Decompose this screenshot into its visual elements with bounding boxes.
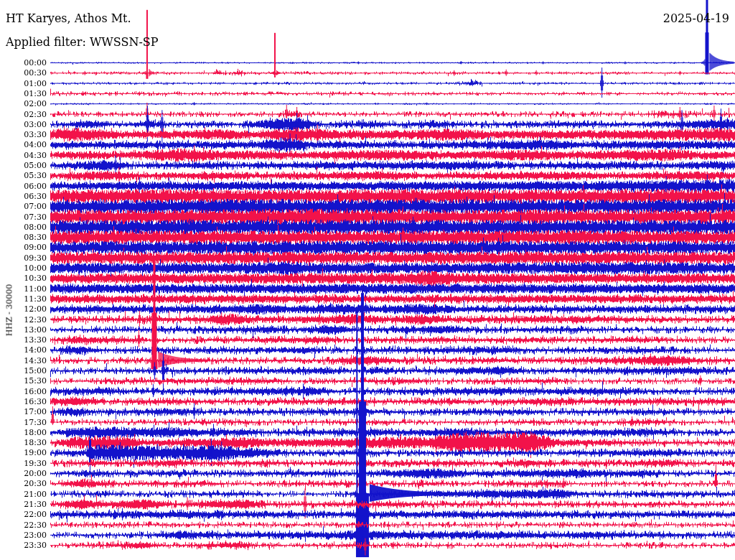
trace-time-label: 02:30: [24, 110, 47, 119]
trace-time-label: 19:00: [24, 448, 47, 457]
trace-time-label: 11:00: [24, 284, 47, 294]
trace-time-label: 13:30: [24, 335, 47, 345]
trace-time-label: 16:30: [24, 397, 47, 406]
channel-scale-label: HHZ - 30000: [5, 284, 14, 337]
trace-time-label: 05:00: [24, 161, 47, 170]
trace-time-label: 23:00: [24, 531, 47, 540]
trace-time-label: 20:00: [24, 469, 47, 478]
trace-time-label: 05:30: [24, 171, 47, 180]
trace-time-label: 02:00: [24, 99, 47, 108]
trace-time-label: 18:30: [24, 438, 47, 447]
trace-time-label: 06:30: [24, 192, 47, 201]
trace-time-label: 15:00: [24, 366, 47, 375]
trace-time-label: 19:30: [24, 459, 47, 468]
helicorder-page: HT Karyes, Athos Mt. Applied filter: WWS…: [0, 0, 735, 560]
applied-filter-label: Applied filter: WWSSN-SP: [6, 35, 159, 49]
trace-time-label: 22:00: [24, 510, 47, 519]
trace-time-label: 10:00: [24, 263, 47, 273]
trace-time-label: 07:00: [24, 202, 47, 211]
trace-time-label: 22:30: [24, 521, 47, 530]
trace-time-label: 00:30: [24, 68, 47, 78]
trace-time-label: 01:00: [24, 79, 47, 88]
trace-time-label: 06:00: [24, 182, 47, 191]
trace-time-label: 09:00: [24, 243, 47, 252]
station-title: HT Karyes, Athos Mt.: [6, 11, 131, 25]
trace-time-label: 08:30: [24, 233, 47, 242]
trace-time-label: 00:00: [24, 58, 47, 67]
trace-time-label: 16:00: [24, 387, 47, 396]
trace-time-label: 15:30: [24, 376, 47, 386]
trace-time-label: 14:00: [24, 345, 47, 355]
trace-time-label: 21:30: [24, 500, 47, 509]
trace-time-label: 13:00: [24, 325, 47, 335]
trace-time-label: 08:00: [24, 223, 47, 232]
trace-time-label: 04:00: [24, 140, 47, 149]
helicorder-canvas: [0, 0, 735, 560]
trace-time-label: 23:30: [24, 541, 47, 550]
trace-time-label: 09:30: [24, 253, 47, 263]
trace-time-label: 17:00: [24, 407, 47, 416]
trace-time-label: 07:30: [24, 213, 47, 222]
trace-time-label: 12:00: [24, 304, 47, 314]
trace-time-label: 21:00: [24, 490, 47, 499]
trace-time-label: 04:30: [24, 151, 47, 160]
trace-time-label: 20:30: [24, 479, 47, 488]
trace-time-label: 03:30: [24, 130, 47, 139]
trace-time-label: 01:30: [24, 89, 47, 98]
trace-time-label: 12:30: [24, 315, 47, 325]
trace-time-label: 17:30: [24, 418, 47, 427]
trace-time-label: 03:00: [24, 120, 47, 129]
trace-time-label: 11:30: [24, 294, 47, 304]
trace-time-label: 14:30: [24, 356, 47, 365]
date-label: 2025-04-19: [663, 11, 729, 25]
trace-time-label: 18:00: [24, 428, 47, 437]
trace-time-label: 10:30: [24, 274, 47, 283]
